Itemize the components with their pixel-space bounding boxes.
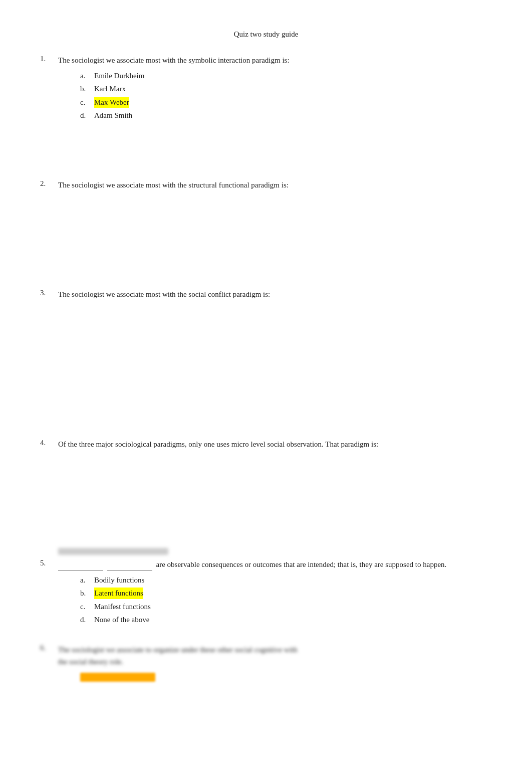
list-item: a. Emile Durkheim	[80, 70, 492, 82]
list-item: d. None of the above	[80, 614, 492, 626]
answer-letter: b.	[80, 83, 94, 95]
question-3: 3. The sociologist we associate most wit…	[40, 289, 492, 300]
q6-answer-blurred	[80, 673, 155, 682]
question-2: 2. The sociologist we associate most wit…	[40, 179, 492, 191]
question-5: 5. are observable consequences or outcom…	[40, 559, 492, 626]
q3-text: The sociologist we associate most with t…	[58, 289, 270, 300]
answer-text: Emile Durkheim	[94, 70, 144, 82]
answer-text-highlighted: Max Weber	[94, 97, 129, 108]
q5-text-after: are observable consequences or outcomes …	[156, 560, 447, 568]
answer-text: Bodily functions	[94, 574, 144, 586]
answer-letter: d.	[80, 614, 94, 626]
answer-letter: b.	[80, 588, 94, 599]
page-title: Quiz two study guide	[40, 30, 492, 39]
answer-letter: c.	[80, 97, 94, 108]
answer-letter: d.	[80, 110, 94, 121]
q1-text: The sociologist we associate most with t…	[58, 55, 290, 66]
answer-letter: c.	[80, 601, 94, 613]
answer-text: None of the above	[94, 614, 149, 626]
question-6: 6. The sociologist we associate to organ…	[40, 644, 492, 682]
list-item: a. Bodily functions	[80, 574, 492, 586]
blurred-line	[58, 548, 168, 555]
blank-2	[107, 570, 152, 570]
list-item: c. Max Weber	[80, 97, 492, 108]
answer-text: Karl Marx	[94, 83, 126, 95]
answer-letter: a.	[80, 574, 94, 586]
q1-number: 1.	[40, 55, 58, 66]
question-1: 1. The sociologist we associate most wit…	[40, 55, 492, 121]
answer-text: Manifest functions	[94, 601, 151, 613]
question-4: 4. Of the three major sociological parad…	[40, 439, 492, 450]
q1-answer-list: a. Emile Durkheim b. Karl Marx c. Max We…	[80, 70, 492, 121]
q5-answer-list: a. Bodily functions b. Latent functions …	[80, 574, 492, 626]
q2-number: 2.	[40, 179, 58, 191]
q5-number: 5.	[40, 559, 58, 570]
q2-text: The sociologist we associate most with t…	[58, 179, 289, 191]
list-item: c. Manifest functions	[80, 601, 492, 613]
answer-text-highlighted: Latent functions	[94, 588, 143, 599]
list-item: d. Adam Smith	[80, 110, 492, 121]
q4-number: 4.	[40, 439, 58, 450]
q3-number: 3.	[40, 289, 58, 300]
list-item: b. Latent functions	[80, 588, 492, 599]
answer-letter: a.	[80, 70, 94, 82]
q5-text: are observable consequences or outcomes …	[58, 559, 446, 570]
q6-text-blurred: The sociologist we associate to organize…	[58, 644, 298, 668]
blank-1	[58, 570, 103, 570]
answer-text: Adam Smith	[94, 110, 132, 121]
q4-text: Of the three major sociological paradigm…	[58, 439, 378, 450]
q6-number: 6.	[40, 644, 58, 668]
list-item: b. Karl Marx	[80, 83, 492, 95]
